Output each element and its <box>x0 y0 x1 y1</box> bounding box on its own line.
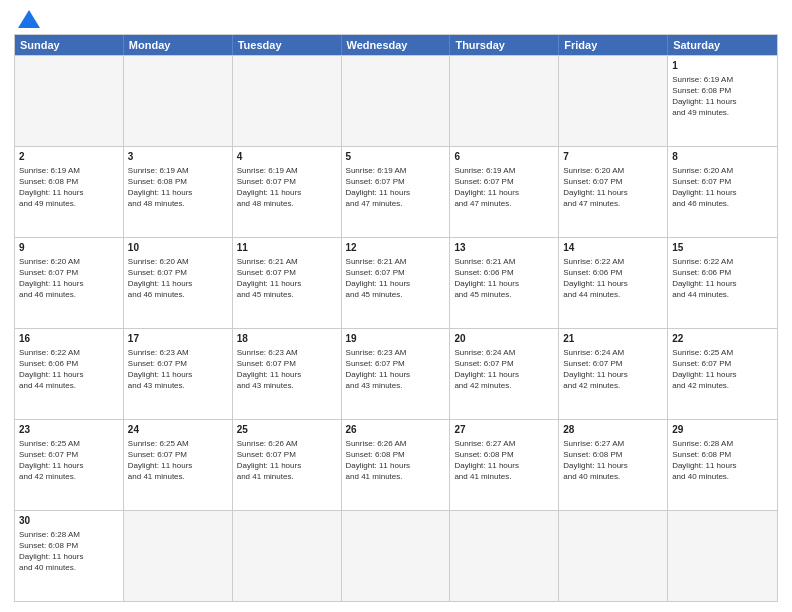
day-number: 13 <box>454 241 554 255</box>
calendar-cell <box>342 56 451 146</box>
cell-text: Sunrise: 6:22 AM Sunset: 6:06 PM Dayligh… <box>19 347 119 391</box>
calendar-cell <box>124 511 233 601</box>
calendar-header-row: SundayMondayTuesdayWednesdayThursdayFrid… <box>15 35 777 55</box>
cell-text: Sunrise: 6:28 AM Sunset: 6:08 PM Dayligh… <box>672 438 773 482</box>
calendar-cell <box>233 511 342 601</box>
day-number: 17 <box>128 332 228 346</box>
cell-text: Sunrise: 6:23 AM Sunset: 6:07 PM Dayligh… <box>346 347 446 391</box>
day-number: 3 <box>128 150 228 164</box>
calendar-cell: 4Sunrise: 6:19 AM Sunset: 6:07 PM Daylig… <box>233 147 342 237</box>
calendar-cell: 19Sunrise: 6:23 AM Sunset: 6:07 PM Dayli… <box>342 329 451 419</box>
cell-text: Sunrise: 6:21 AM Sunset: 6:07 PM Dayligh… <box>237 256 337 300</box>
calendar-header-cell: Saturday <box>668 35 777 55</box>
calendar-cell: 5Sunrise: 6:19 AM Sunset: 6:07 PM Daylig… <box>342 147 451 237</box>
calendar-cell: 14Sunrise: 6:22 AM Sunset: 6:06 PM Dayli… <box>559 238 668 328</box>
calendar-cell: 22Sunrise: 6:25 AM Sunset: 6:07 PM Dayli… <box>668 329 777 419</box>
calendar-cell: 6Sunrise: 6:19 AM Sunset: 6:07 PM Daylig… <box>450 147 559 237</box>
day-number: 9 <box>19 241 119 255</box>
calendar-header-cell: Sunday <box>15 35 124 55</box>
cell-text: Sunrise: 6:19 AM Sunset: 6:08 PM Dayligh… <box>128 165 228 209</box>
calendar-row: 16Sunrise: 6:22 AM Sunset: 6:06 PM Dayli… <box>15 328 777 419</box>
cell-text: Sunrise: 6:19 AM Sunset: 6:07 PM Dayligh… <box>346 165 446 209</box>
calendar-header-cell: Wednesday <box>342 35 451 55</box>
cell-text: Sunrise: 6:25 AM Sunset: 6:07 PM Dayligh… <box>672 347 773 391</box>
calendar-cell <box>559 511 668 601</box>
calendar-cell: 20Sunrise: 6:24 AM Sunset: 6:07 PM Dayli… <box>450 329 559 419</box>
calendar-cell: 8Sunrise: 6:20 AM Sunset: 6:07 PM Daylig… <box>668 147 777 237</box>
calendar-header-cell: Tuesday <box>233 35 342 55</box>
calendar-cell: 11Sunrise: 6:21 AM Sunset: 6:07 PM Dayli… <box>233 238 342 328</box>
calendar-cell: 17Sunrise: 6:23 AM Sunset: 6:07 PM Dayli… <box>124 329 233 419</box>
cell-text: Sunrise: 6:25 AM Sunset: 6:07 PM Dayligh… <box>19 438 119 482</box>
day-number: 8 <box>672 150 773 164</box>
calendar-cell: 21Sunrise: 6:24 AM Sunset: 6:07 PM Dayli… <box>559 329 668 419</box>
day-number: 19 <box>346 332 446 346</box>
day-number: 21 <box>563 332 663 346</box>
calendar-cell: 16Sunrise: 6:22 AM Sunset: 6:06 PM Dayli… <box>15 329 124 419</box>
calendar-row: 23Sunrise: 6:25 AM Sunset: 6:07 PM Dayli… <box>15 419 777 510</box>
calendar-header-cell: Monday <box>124 35 233 55</box>
day-number: 30 <box>19 514 119 528</box>
day-number: 6 <box>454 150 554 164</box>
calendar-cell: 15Sunrise: 6:22 AM Sunset: 6:06 PM Dayli… <box>668 238 777 328</box>
calendar-row: 2Sunrise: 6:19 AM Sunset: 6:08 PM Daylig… <box>15 146 777 237</box>
calendar-cell: 29Sunrise: 6:28 AM Sunset: 6:08 PM Dayli… <box>668 420 777 510</box>
day-number: 11 <box>237 241 337 255</box>
calendar-cell <box>342 511 451 601</box>
calendar-row: 30Sunrise: 6:28 AM Sunset: 6:08 PM Dayli… <box>15 510 777 601</box>
calendar-row: 9Sunrise: 6:20 AM Sunset: 6:07 PM Daylig… <box>15 237 777 328</box>
calendar-cell: 23Sunrise: 6:25 AM Sunset: 6:07 PM Dayli… <box>15 420 124 510</box>
cell-text: Sunrise: 6:28 AM Sunset: 6:08 PM Dayligh… <box>19 529 119 573</box>
calendar-header-cell: Thursday <box>450 35 559 55</box>
cell-text: Sunrise: 6:22 AM Sunset: 6:06 PM Dayligh… <box>672 256 773 300</box>
calendar-cell: 1Sunrise: 6:19 AM Sunset: 6:08 PM Daylig… <box>668 56 777 146</box>
cell-text: Sunrise: 6:20 AM Sunset: 6:07 PM Dayligh… <box>19 256 119 300</box>
calendar-cell: 12Sunrise: 6:21 AM Sunset: 6:07 PM Dayli… <box>342 238 451 328</box>
day-number: 26 <box>346 423 446 437</box>
cell-text: Sunrise: 6:21 AM Sunset: 6:07 PM Dayligh… <box>346 256 446 300</box>
header <box>14 10 778 28</box>
day-number: 5 <box>346 150 446 164</box>
calendar-cell: 28Sunrise: 6:27 AM Sunset: 6:08 PM Dayli… <box>559 420 668 510</box>
cell-text: Sunrise: 6:27 AM Sunset: 6:08 PM Dayligh… <box>563 438 663 482</box>
cell-text: Sunrise: 6:26 AM Sunset: 6:08 PM Dayligh… <box>346 438 446 482</box>
calendar-cell: 2Sunrise: 6:19 AM Sunset: 6:08 PM Daylig… <box>15 147 124 237</box>
cell-text: Sunrise: 6:19 AM Sunset: 6:07 PM Dayligh… <box>454 165 554 209</box>
cell-text: Sunrise: 6:24 AM Sunset: 6:07 PM Dayligh… <box>563 347 663 391</box>
day-number: 12 <box>346 241 446 255</box>
cell-text: Sunrise: 6:24 AM Sunset: 6:07 PM Dayligh… <box>454 347 554 391</box>
calendar: SundayMondayTuesdayWednesdayThursdayFrid… <box>14 34 778 602</box>
calendar-cell: 7Sunrise: 6:20 AM Sunset: 6:07 PM Daylig… <box>559 147 668 237</box>
day-number: 22 <box>672 332 773 346</box>
calendar-cell: 10Sunrise: 6:20 AM Sunset: 6:07 PM Dayli… <box>124 238 233 328</box>
calendar-cell <box>124 56 233 146</box>
calendar-cell: 13Sunrise: 6:21 AM Sunset: 6:06 PM Dayli… <box>450 238 559 328</box>
page: SundayMondayTuesdayWednesdayThursdayFrid… <box>0 0 792 612</box>
calendar-cell <box>668 511 777 601</box>
cell-text: Sunrise: 6:23 AM Sunset: 6:07 PM Dayligh… <box>128 347 228 391</box>
day-number: 10 <box>128 241 228 255</box>
cell-text: Sunrise: 6:25 AM Sunset: 6:07 PM Dayligh… <box>128 438 228 482</box>
calendar-cell: 27Sunrise: 6:27 AM Sunset: 6:08 PM Dayli… <box>450 420 559 510</box>
day-number: 28 <box>563 423 663 437</box>
calendar-header-cell: Friday <box>559 35 668 55</box>
day-number: 2 <box>19 150 119 164</box>
day-number: 24 <box>128 423 228 437</box>
day-number: 1 <box>672 59 773 73</box>
calendar-cell <box>559 56 668 146</box>
calendar-cell <box>450 511 559 601</box>
day-number: 29 <box>672 423 773 437</box>
calendar-cell: 26Sunrise: 6:26 AM Sunset: 6:08 PM Dayli… <box>342 420 451 510</box>
cell-text: Sunrise: 6:23 AM Sunset: 6:07 PM Dayligh… <box>237 347 337 391</box>
cell-text: Sunrise: 6:26 AM Sunset: 6:07 PM Dayligh… <box>237 438 337 482</box>
day-number: 23 <box>19 423 119 437</box>
logo-icon <box>18 10 40 28</box>
day-number: 4 <box>237 150 337 164</box>
calendar-cell: 24Sunrise: 6:25 AM Sunset: 6:07 PM Dayli… <box>124 420 233 510</box>
cell-text: Sunrise: 6:19 AM Sunset: 6:08 PM Dayligh… <box>672 74 773 118</box>
day-number: 18 <box>237 332 337 346</box>
logo-text <box>14 10 42 28</box>
calendar-cell <box>450 56 559 146</box>
cell-text: Sunrise: 6:20 AM Sunset: 6:07 PM Dayligh… <box>563 165 663 209</box>
day-number: 27 <box>454 423 554 437</box>
